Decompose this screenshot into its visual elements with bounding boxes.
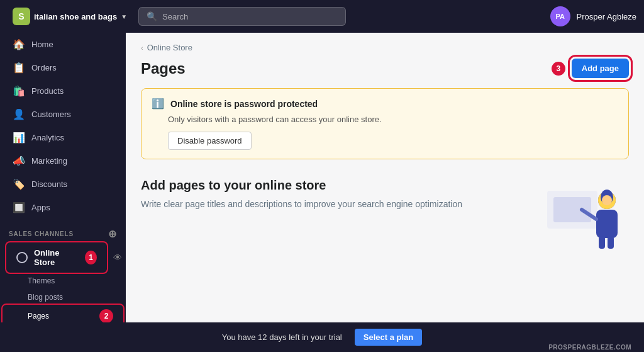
search-icon: 🔍: [147, 11, 157, 21]
sidebar-label-blog-posts: Blog posts: [28, 293, 63, 302]
sidebar-item-orders[interactable]: 📋 Orders: [4, 57, 122, 79]
chevron-down-icon: ▼: [121, 13, 127, 20]
svg-rect-9: [608, 236, 614, 249]
sidebar-sub-item-pages[interactable]: Pages 2: [4, 306, 122, 322]
alert-action-area: Disable password: [152, 132, 618, 150]
sidebar-item-customers[interactable]: 👤 Customers: [4, 103, 122, 125]
svg-point-7: [602, 195, 612, 205]
shopify-logo: S: [13, 8, 30, 25]
sales-channels-section: SALES CHANNELS ⊕: [0, 219, 126, 242]
page-header: Pages 3 Add page: [141, 59, 629, 78]
annotation-2: 2: [99, 309, 113, 322]
store-name: italian shoe and bags: [34, 12, 117, 21]
sidebar-sub-item-blog-posts[interactable]: Blog posts: [4, 290, 122, 305]
marketing-icon: 📣: [13, 155, 25, 167]
search-bar[interactable]: 🔍: [138, 7, 346, 26]
empty-state-text: Add pages to your online store Write cle…: [141, 178, 528, 211]
content-area: ‹ Online Store Pages 3 Add page ℹ️ Onlin…: [126, 33, 644, 322]
disable-password-button[interactable]: Disable password: [168, 132, 252, 150]
main-container: 🏠 Home 📋 Orders 🛍️ Products 👤 Customers …: [0, 33, 644, 322]
sidebar-label-discounts: Discounts: [31, 179, 67, 189]
svg-rect-1: [553, 197, 591, 222]
breadcrumb-link[interactable]: Online Store: [147, 43, 192, 52]
sidebar-label-pages: Pages: [28, 312, 49, 321]
sidebar-label-online-store: Online Store: [34, 248, 76, 267]
add-page-button[interactable]: Add page: [572, 59, 629, 78]
sidebar-item-products[interactable]: 🛍️ Products: [4, 80, 122, 102]
empty-state: Add pages to your online store Write cle…: [141, 178, 629, 256]
add-channel-icon[interactable]: ⊕: [108, 228, 117, 240]
page-title: Pages: [141, 60, 186, 77]
sidebar-item-online-store[interactable]: Online Store 1: [8, 244, 106, 271]
customers-icon: 👤: [13, 108, 25, 120]
online-store-circle-icon: [16, 252, 28, 263]
sidebar-label-themes: Themes: [28, 276, 55, 285]
user-name: Prosper Agbleze: [577, 12, 636, 21]
sidebar-label-marketing: Marketing: [31, 156, 67, 166]
sidebar: 🏠 Home 📋 Orders 🛍️ Products 👤 Customers …: [0, 33, 126, 322]
alert-title: Online store is password protected: [170, 99, 318, 109]
sidebar-label-home: Home: [31, 40, 53, 49]
select-plan-button[interactable]: Select a plan: [355, 329, 422, 346]
sidebar-item-analytics[interactable]: 📊 Analytics: [4, 127, 122, 149]
annotation-3: 3: [552, 62, 565, 76]
top-navigation: S italian shoe and bags ▼ 🔍 PA Prosper A…: [0, 0, 644, 33]
illustration: [541, 178, 629, 256]
apps-icon: 🔲: [13, 202, 25, 213]
discounts-icon: 🏷️: [13, 178, 25, 190]
empty-state-description: Write clear page titles and descriptions…: [141, 198, 528, 211]
home-icon: 🏠: [13, 38, 25, 50]
password-alert-banner: ℹ️ Online store is password protected On…: [141, 88, 629, 159]
eye-icon[interactable]: 👁: [113, 253, 122, 263]
alert-header: ℹ️ Online store is password protected: [152, 98, 618, 110]
breadcrumb: ‹ Online Store: [141, 43, 629, 52]
sidebar-item-discounts[interactable]: 🏷️ Discounts: [4, 173, 122, 195]
empty-state-title: Add pages to your online store: [141, 178, 528, 193]
trial-text: You have 12 days left in your trial: [222, 332, 342, 342]
breadcrumb-chevron-icon: ‹: [141, 44, 143, 52]
trial-bar: You have 12 days left in your trial Sele…: [0, 322, 644, 352]
analytics-icon: 📊: [13, 132, 25, 144]
sidebar-item-marketing[interactable]: 📣 Marketing: [4, 150, 122, 172]
sidebar-label-products: Products: [31, 86, 64, 96]
watermark: PROSPERAGBLEZE.COM: [548, 344, 631, 351]
sidebar-label-apps: Apps: [31, 203, 50, 212]
sidebar-sub-item-themes[interactable]: Themes: [4, 273, 122, 288]
page-header-right: 3 Add page: [549, 59, 629, 78]
sidebar-label-orders: Orders: [31, 63, 57, 72]
store-selector[interactable]: S italian shoe and bags ▼: [8, 4, 132, 29]
sidebar-item-apps[interactable]: 🔲 Apps: [4, 196, 122, 219]
alert-description: Only visitors with a password can access…: [152, 115, 618, 124]
content-inner: ‹ Online Store Pages 3 Add page ℹ️ Onlin…: [126, 33, 644, 322]
orders-icon: 📋: [13, 62, 25, 74]
annotation-1: 1: [85, 251, 97, 264]
svg-rect-8: [599, 236, 605, 249]
sales-channels-label: SALES CHANNELS: [9, 230, 74, 237]
sidebar-label-analytics: Analytics: [31, 133, 64, 142]
products-icon: 🛍️: [13, 85, 25, 97]
svg-rect-3: [596, 210, 618, 238]
info-icon: ℹ️: [152, 98, 164, 110]
search-input[interactable]: [162, 12, 338, 21]
avatar[interactable]: PA: [550, 6, 570, 26]
sidebar-label-customers: Customers: [31, 110, 71, 119]
sidebar-item-home[interactable]: 🏠 Home: [4, 33, 122, 55]
